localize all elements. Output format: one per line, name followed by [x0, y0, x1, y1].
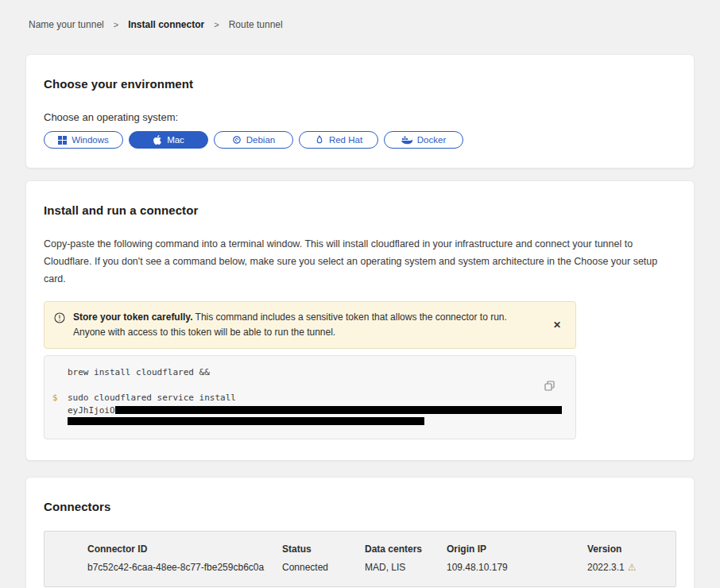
breadcrumb-separator: >	[114, 20, 118, 29]
os-button-label: Mac	[167, 135, 184, 145]
column-header: Data centers	[365, 544, 447, 555]
tunnel-setup-page: Name your tunnel > Install connector > R…	[0, 0, 720, 588]
status-badge: Connected	[282, 562, 365, 573]
os-button-label: Docker	[417, 135, 446, 145]
redacted-token-bar	[115, 406, 562, 414]
breadcrumb: Name your tunnel > Install connector > R…	[25, 0, 695, 54]
os-select-label: Choose an operating system:	[44, 111, 676, 123]
breadcrumb-step-name-your-tunnel[interactable]: Name your tunnel	[29, 19, 104, 30]
install-card-title: Install and run a connector	[44, 203, 676, 217]
token-warning-bold: Store your token carefully.	[73, 311, 193, 323]
origin-ip-value: 109.48.10.179	[447, 562, 587, 573]
environment-card-title: Choose your environment	[44, 77, 676, 91]
command-line-2: sudo cloudflared service install	[45, 392, 575, 404]
token-prefix: eyJhIjoiO	[68, 404, 115, 416]
os-button-label: Debian	[246, 135, 275, 145]
environment-card: Choose your environment Choose an operat…	[25, 54, 695, 168]
breadcrumb-step-route-tunnel[interactable]: Route tunnel	[229, 19, 283, 30]
install-command-block: brew install cloudflared && $ sudo cloud…	[44, 355, 576, 439]
connectors-card: Connectors Connector ID b7c52c42-6caa-48…	[25, 477, 695, 588]
redhat-icon	[315, 135, 324, 145]
token-line: eyJhIjoiO	[45, 404, 575, 416]
os-button-debian[interactable]: Debian	[214, 131, 293, 149]
os-button-mac[interactable]: Mac	[129, 131, 208, 149]
shell-prompt: $	[52, 392, 58, 404]
token-warning-text: Store your token carefully. This command…	[73, 310, 534, 340]
version-value: 2022.3.1⚠	[587, 562, 668, 573]
copy-icon[interactable]	[543, 379, 556, 395]
connectors-table: Connector ID b7c52c42-6caa-48ee-8c77-fbe…	[44, 531, 676, 587]
windows-icon	[58, 136, 67, 145]
alert-circle-icon	[54, 312, 65, 327]
column-header: Origin IP	[447, 544, 587, 555]
breadcrumb-separator: >	[214, 20, 219, 29]
os-button-redhat[interactable]: Red Hat	[299, 131, 378, 149]
column-header: Status	[282, 544, 365, 555]
install-description: Copy-paste the following command into a …	[44, 236, 676, 288]
version-number: 2022.3.1	[587, 562, 625, 573]
version-warning-icon: ⚠	[628, 562, 637, 573]
breadcrumb-step-install-connector[interactable]: Install connector	[128, 19, 204, 30]
docker-icon	[401, 136, 412, 145]
os-button-group: Windows Mac Debian Red Hat	[44, 131, 676, 149]
os-button-docker[interactable]: Docker	[384, 131, 463, 149]
connectors-card-title: Connectors	[44, 500, 676, 513]
data-centers-value: MAD, LIS	[365, 562, 447, 573]
apple-icon	[153, 135, 162, 145]
column-connector-id: Connector ID b7c52c42-6caa-48ee-8c77-fbe…	[87, 544, 282, 573]
os-button-windows[interactable]: Windows	[44, 131, 123, 149]
install-card: Install and run a connector Copy-paste t…	[25, 180, 695, 461]
close-icon[interactable]: ✕	[548, 318, 566, 332]
column-header: Connector ID	[87, 544, 282, 555]
connector-id-value: b7c52c42-6caa-48ee-8c77-fbe259cb6c0a	[87, 562, 282, 573]
column-version: Version 2022.3.1⚠	[587, 544, 668, 573]
column-status: Status Connected	[282, 544, 365, 573]
debian-icon	[232, 135, 242, 145]
column-origin-ip: Origin IP 109.48.10.179	[447, 544, 587, 573]
os-button-label: Windows	[72, 135, 109, 145]
redacted-token-bar	[68, 417, 424, 425]
column-header: Version	[587, 544, 668, 555]
os-button-label: Red Hat	[329, 135, 362, 145]
token-warning-banner: Store your token carefully. This command…	[44, 301, 576, 349]
column-data-centers: Data centers MAD, LIS	[365, 544, 447, 573]
command-line-1: brew install cloudflared &&	[45, 366, 575, 378]
